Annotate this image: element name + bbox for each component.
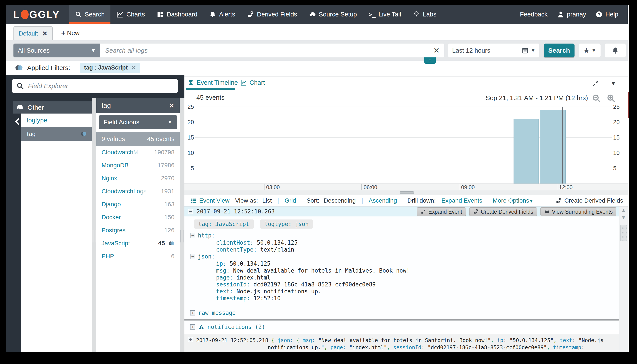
field-value: index.html [237, 274, 271, 281]
event-view-button[interactable]: Event View [190, 197, 230, 204]
y-axis-label: 20 [186, 119, 194, 126]
notifications-toggle[interactable]: + notifications (2) [190, 324, 619, 330]
value-row-php[interactable]: PHP 6 [96, 250, 180, 263]
field-values-title: tag [102, 102, 111, 110]
event-tag-pill-tag[interactable]: tag: JavaScript [194, 220, 254, 228]
field-item-logtype[interactable]: logtype [21, 114, 92, 127]
loggly-logo[interactable]: LGGLY [6, 5, 69, 24]
value-row-javascript[interactable]: JavaScript 45 [96, 237, 180, 250]
field-explorer-input[interactable] [28, 82, 173, 90]
field-group-other[interactable]: Other [13, 102, 92, 114]
raw-message-toggle[interactable]: + raw message [190, 310, 619, 316]
applied-filters-label: Applied Filters: [27, 64, 70, 72]
nav-item-labs[interactable]: Labs [407, 5, 442, 24]
value-count: 126 [164, 227, 174, 234]
panel-resize-handle[interactable] [92, 98, 96, 352]
event-list-scrollbar[interactable]: ▲ ▼ [619, 206, 628, 352]
search-input[interactable] [100, 44, 444, 58]
scrollbar-thumb[interactable] [620, 225, 627, 241]
value-row-docker[interactable]: Docker 150 [96, 211, 180, 224]
close-panel-icon[interactable]: ✕ [169, 102, 174, 110]
field-key: contentType: [216, 246, 257, 253]
scroll-up-icon[interactable]: ▲ [619, 206, 628, 214]
value-row-mongodb[interactable]: MongoDB 17986 [96, 159, 180, 172]
expand-events-link[interactable]: Expand Events [441, 197, 482, 204]
y-axis-label: 5 [186, 165, 194, 172]
scroll-down-icon[interactable]: ▼ [619, 214, 628, 221]
expand-icon[interactable]: + [190, 310, 195, 316]
timeline-bar[interactable] [540, 110, 566, 184]
field-item-tag[interactable]: tag [21, 127, 92, 141]
value-row-nginx[interactable]: Nginx 2970 [96, 172, 180, 185]
zoom-in-icon[interactable] [607, 94, 616, 103]
nav-item-feedback[interactable]: Feedback [520, 11, 547, 18]
alerts-bell-button[interactable] [605, 44, 626, 58]
event-row-header[interactable]: − 2017-09-21 12:52:10.263 Expand EventCr… [184, 206, 619, 216]
nav-item-derived-fields[interactable]: Derived Fields [241, 5, 303, 24]
source-selector-label: All Sources [18, 47, 50, 54]
event-row-collapsed[interactable]: + 2017-09-21 12:52:05.218 { json: { msg:… [184, 334, 619, 352]
expand-panel-icon[interactable] [591, 80, 599, 87]
create-derived-fields-button[interactable]: Create Derived Fields [469, 207, 537, 216]
value-row-postgres[interactable]: Postgres 126 [96, 224, 180, 237]
drive-icon [16, 104, 24, 111]
clear-search-icon[interactable]: ✕ [434, 47, 440, 54]
page-scrollbar[interactable] [628, 5, 629, 352]
field-value: dcd02197-186c-41a8-8523-ccf00dec0e89 [253, 281, 376, 288]
value-row-django[interactable]: Django 163 [96, 198, 180, 211]
field-key: text: [216, 288, 233, 295]
tab-close-icon[interactable]: ✕ [42, 30, 48, 37]
value-row-cloudwatchm[interactable]: CloudwatchM 190798 [96, 146, 180, 159]
nav-item-help[interactable]: ?Help [595, 11, 618, 18]
tab-default[interactable]: Default ✕ [14, 26, 53, 40]
saved-searches-button[interactable]: ★ ▼ [579, 44, 600, 58]
sort-ascending[interactable]: Ascending [369, 197, 397, 204]
chart-resize-strip[interactable] [184, 190, 629, 195]
timeline-bar[interactable] [514, 119, 539, 184]
source-selector[interactable]: All Sources ▼ [14, 44, 100, 58]
nav-item-label: Source Setup [319, 11, 357, 18]
view-as-grid[interactable]: Grid [285, 197, 296, 204]
nav-item-source-setup[interactable]: Source Setup [303, 5, 363, 24]
page-scrollbar-thumb[interactable] [628, 92, 629, 118]
more-options-dropdown[interactable]: More Options▼ [493, 197, 534, 204]
nav-item-search[interactable]: Search [69, 5, 111, 24]
collapse-icon[interactable]: − [190, 254, 195, 259]
nav-item-dashboard[interactable]: Dashboard [151, 5, 203, 24]
new-tab-button[interactable]: + New [61, 29, 80, 37]
field-value: 50.0.134.125 [257, 240, 298, 246]
list-view-icon [190, 198, 196, 204]
nav-item-live-tail[interactable]: >_Live Tail [363, 5, 407, 24]
collapse-event-icon[interactable]: − [188, 209, 193, 214]
search-button[interactable]: Search [544, 44, 574, 58]
zoom-out-icon[interactable] [592, 94, 601, 103]
collapse-panel-button[interactable] [13, 117, 22, 126]
nav-item-charts[interactable]: Charts [110, 5, 151, 24]
sort-descending[interactable]: Descending [324, 197, 356, 204]
field-actions-dropdown[interactable]: Field Actions ▼ [99, 115, 177, 129]
expand-event-icon[interactable]: + [188, 337, 193, 342]
create-derived-fields-button[interactable]: Create Derived Fields [556, 197, 623, 204]
event-field-text: text: Node.js notifications up. [190, 288, 619, 295]
nav-item-pranay[interactable]: pranay [557, 11, 586, 18]
expand-icon[interactable]: + [190, 324, 195, 330]
create-derived-fields-label: Create Derived Fields [564, 197, 623, 204]
view-surrounding-events-button[interactable]: View Surrounding Events [540, 207, 616, 216]
remove-filter-icon[interactable]: ✕ [131, 64, 136, 71]
filter-pill[interactable]: tag : JavaScript ✕ [80, 63, 140, 73]
event-raw-json: notifications up.", page: "index.html", … [188, 344, 616, 352]
expand-event-button[interactable]: Expand Event [417, 207, 466, 216]
binoculars-icon [544, 209, 550, 214]
chevron-down-icon[interactable]: ▼ [610, 80, 616, 87]
value-row-cloudwatchlogs[interactable]: CloudwatchLogs 1931 [96, 185, 180, 198]
tab-default-label: Default [19, 30, 38, 37]
view-as-list[interactable]: List [262, 197, 272, 204]
time-range-picker[interactable]: Last 12 hours ▼ [448, 44, 539, 58]
expand-search-options-button[interactable] [424, 58, 436, 64]
collapse-icon[interactable]: − [190, 233, 195, 238]
panel-resize-handle[interactable] [180, 98, 184, 352]
event-tag-pill-logtype[interactable]: logtype: json [260, 220, 313, 228]
tab-chart[interactable]: Chart [240, 79, 265, 86]
tab-event-timeline[interactable]: Event Timeline [187, 79, 238, 86]
nav-item-alerts[interactable]: Alerts [203, 5, 241, 24]
